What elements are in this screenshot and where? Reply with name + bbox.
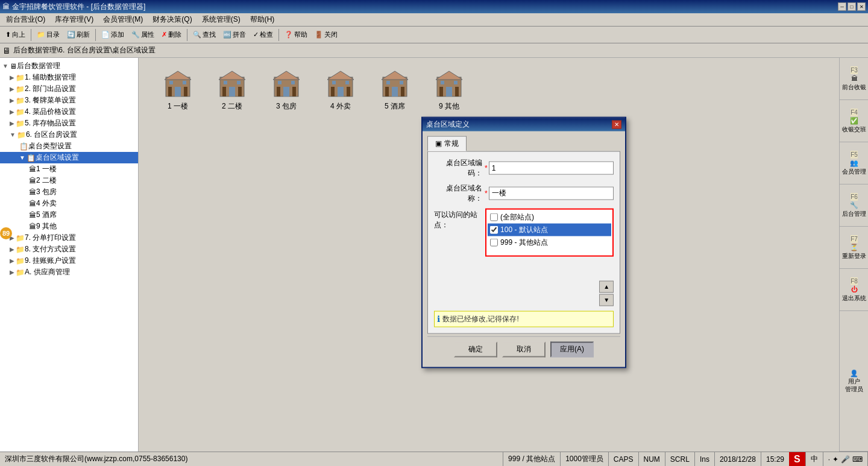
area-name-input[interactable]: [489, 186, 614, 200]
icon-floor2[interactable]: 2 二楼: [211, 70, 253, 112]
ok-button[interactable]: 确定: [454, 341, 497, 357]
tree-item-floor2[interactable]: 🏛 2 二楼: [0, 175, 138, 186]
tree-item-2[interactable]: ▶ 📁 2. 部门出品设置: [0, 83, 138, 95]
toolbar-pinyin-button[interactable]: 🔤 拼音: [220, 28, 249, 41]
tree-item-floor9[interactable]: 🏛 9 其他: [0, 221, 138, 232]
station-all[interactable]: (全部站点): [488, 210, 611, 223]
apply-button[interactable]: 应用(A): [550, 341, 594, 357]
tree-item-root[interactable]: ▼ 🖥 后台数据管理: [0, 60, 138, 72]
toolbar-add-button[interactable]: 📄 添加: [98, 28, 127, 41]
menu-frontend[interactable]: 前台营业(O): [1, 13, 50, 26]
svg-rect-9: [222, 87, 226, 96]
sidebar-btn-f3[interactable]: F3 🏛 前台收银: [840, 58, 868, 100]
sidebar-label-f7: 重新登录: [842, 252, 866, 260]
status-company: 深圳市三度软件有限公司(www.jzzp.com,0755-83656130): [0, 452, 503, 466]
area-code-input[interactable]: [489, 161, 614, 174]
svg-rect-38: [455, 87, 459, 96]
window-controls: ─ □ ✕: [838, 2, 866, 11]
tree-item-4[interactable]: ▶ 📁 4. 菜品价格设置: [0, 106, 138, 118]
station-100[interactable]: 100 - 默认站点: [488, 223, 611, 236]
icon-floor9[interactable]: 9 其他: [428, 70, 470, 112]
tree-item-table-type[interactable]: 📋 桌台类型设置: [0, 140, 138, 152]
tree-item-floor1[interactable]: 🏛 1 一楼: [0, 163, 138, 175]
tree-item-table-area[interactable]: ▼ 📋 桌台区域设置: [0, 152, 138, 163]
sidebar-btn-f4[interactable]: F4 ✅ 收银交班: [840, 100, 868, 142]
icon-floor3[interactable]: 3 包房: [265, 70, 307, 112]
relogin-icon: ⏳: [850, 243, 858, 251]
menu-help[interactable]: 帮助(H): [245, 13, 280, 26]
building-icon: 🏛: [29, 211, 36, 219]
caps-text: CAPS: [614, 455, 634, 464]
tree-item-5[interactable]: ▶ 📁 5. 库存物品设置: [0, 118, 138, 129]
area-code-row: 桌台区域编码： *: [434, 157, 614, 178]
tree-item-1[interactable]: ▶ 📁 1. 辅助数据管理: [0, 72, 138, 83]
tab-general[interactable]: ▣ 常规: [427, 136, 467, 151]
tree-item-floor3[interactable]: 🏛 3 包房: [0, 186, 138, 198]
station-999-checkbox[interactable]: [490, 238, 498, 246]
tree-item-8[interactable]: ▶ 📁 8. 支付方式设置: [0, 244, 138, 255]
close-button[interactable]: ✕: [857, 2, 866, 11]
search-icon: 🔍: [193, 31, 201, 39]
up-icon: ⬆: [5, 31, 11, 39]
doc-icon: 📋: [19, 142, 28, 151]
station-all-checkbox[interactable]: [490, 213, 498, 221]
svg-rect-13: [237, 81, 241, 84]
area-name-label: 桌台区域名称：: [434, 183, 482, 203]
maximize-button[interactable]: □: [848, 2, 856, 11]
sidebar-btn-f8[interactable]: F8 ⏻ 退出系统: [840, 269, 868, 311]
icon-floor1[interactable]: 1 一楼: [157, 70, 199, 112]
dialog-close-button[interactable]: ✕: [612, 120, 621, 128]
svg-rect-11: [229, 87, 235, 96]
svg-marker-29: [382, 71, 408, 80]
station-100-checkbox[interactable]: [490, 225, 498, 233]
menu-finance[interactable]: 财务决策(Q): [148, 13, 197, 26]
menu-member[interactable]: 会员管理(M): [98, 13, 148, 26]
menu-system[interactable]: 系统管理(S): [197, 13, 245, 26]
dir-icon: 📁: [37, 31, 45, 39]
status-num: NUM: [639, 452, 665, 466]
toolbar-refresh-button[interactable]: 🔄 刷新: [64, 28, 93, 41]
icon-floor4[interactable]: 4 外卖: [319, 70, 362, 112]
toolbar-help-button[interactable]: ❓ 帮助: [281, 28, 310, 41]
tree-item-3[interactable]: ▶ 📁 3. 餐牌菜单设置: [0, 95, 138, 106]
svg-rect-2: [168, 87, 172, 96]
refresh-icon: 🔄: [67, 31, 75, 39]
sidebar-btn-f6[interactable]: F6 🔧 后台管理: [840, 184, 868, 227]
toolbar-properties-button[interactable]: 🔧 属性: [128, 28, 157, 41]
svg-rect-26: [332, 81, 336, 84]
tree-item-9[interactable]: ▶ 📁 9. 挂账账户设置: [0, 255, 138, 266]
tree-item-6[interactable]: ▼ 📁 6. 台区台房设置: [0, 129, 138, 140]
ins-text: Ins: [700, 455, 709, 464]
toolbar-dir-button[interactable]: 📁 目录: [34, 28, 63, 41]
icon-floor5[interactable]: 5 酒席: [374, 70, 416, 112]
sidebar-label-f3: 前台收银: [842, 83, 866, 91]
minimize-button[interactable]: ─: [838, 2, 846, 11]
tree-item-7[interactable]: ▶ 📁 7. 分单打印设置: [0, 232, 138, 244]
sidebar-btn-f5[interactable]: F5 👥 会员管理: [840, 142, 868, 184]
sidebar-btn-f7[interactable]: F7 ⏳ 重新登录: [840, 227, 868, 269]
station-999[interactable]: 999 - 其他站点: [488, 236, 611, 248]
tree-item-floor4[interactable]: 🏛 4 外卖: [0, 198, 138, 209]
breadcrumb: 🖥 后台数据管理\6. 台区台房设置\桌台区域设置: [0, 43, 868, 58]
toolbar-up-button[interactable]: ⬆ 向上: [2, 28, 28, 41]
tree-item-floor5[interactable]: 🏛 5 酒席: [0, 209, 138, 221]
tab-content-general: 桌台区域编码： * 桌台区域名称： * 可以访问的站点：: [427, 151, 620, 333]
scroll-up-button[interactable]: ▲: [599, 280, 614, 292]
svg-rect-25: [338, 87, 344, 96]
floor2-label: 2 二楼: [222, 101, 242, 112]
date-text: 2018/12/28: [720, 455, 756, 464]
toolbar-close-button[interactable]: 🚪 关闭: [312, 28, 341, 41]
area-name-row: 桌台区域名称： *: [434, 183, 614, 203]
station-list[interactable]: (全部站点) 100 - 默认站点 999 - 其他站点: [485, 208, 614, 256]
tree-item-a[interactable]: ▶ 📁 A. 供应商管理: [0, 266, 138, 278]
toolbar-check-button[interactable]: ✓ 检查: [250, 28, 276, 41]
sidebar-btn-user[interactable]: 👤 用户管理员: [840, 311, 868, 452]
menu-inventory[interactable]: 库存管理(V): [50, 13, 98, 26]
scroll-down-button[interactable]: ▼: [599, 294, 614, 306]
toolbar-search-button[interactable]: 🔍 查找: [190, 28, 219, 41]
cancel-button[interactable]: 取消: [502, 341, 546, 357]
logo-icon: S: [794, 454, 800, 465]
toolbar-delete-button[interactable]: ✗ 删除: [159, 28, 184, 41]
dialog-body: ▣ 常规 桌台区域编码： * 桌台区域名称： *: [423, 131, 625, 367]
f6-key: F6: [851, 193, 858, 201]
